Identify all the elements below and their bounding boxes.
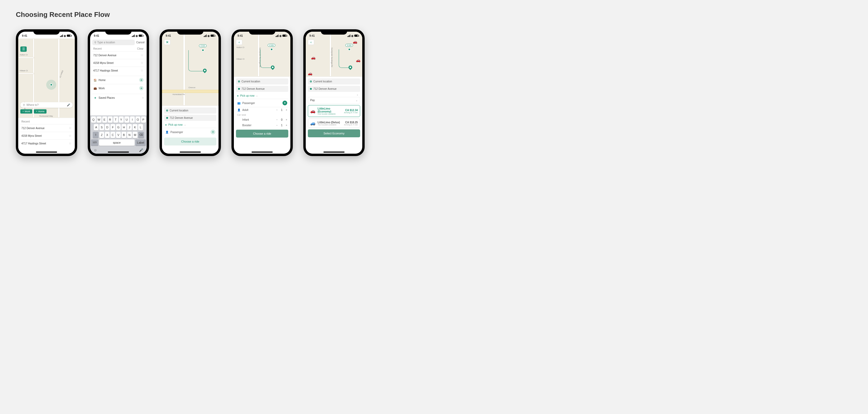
key[interactable]: I <box>130 116 135 123</box>
search-where-to[interactable]: ⚲ Where to? 🎤 <box>20 102 73 108</box>
ride-option-economy[interactable]: 🚗 LittleLimo (Economy) One booster avail… <box>308 105 360 117</box>
key[interactable]: V <box>116 132 121 138</box>
signal-icon <box>347 35 350 37</box>
back-button[interactable]: ‹ <box>236 40 242 45</box>
cancel-button[interactable]: Cancel <box>136 41 145 44</box>
destination-field[interactable]: 712 Denver Avenue <box>308 86 360 92</box>
add-passenger-button[interactable]: + <box>282 101 287 105</box>
car-icon: 🚗 <box>356 58 361 62</box>
choose-ride-button[interactable]: Choose a ride <box>236 130 288 138</box>
star-icon[interactable]: ☆ <box>69 126 72 130</box>
key[interactable]: Y <box>119 116 124 123</box>
key[interactable]: E <box>102 116 107 123</box>
back-button[interactable]: ‹ <box>308 40 314 45</box>
key[interactable]: N <box>127 132 132 138</box>
signal-icon <box>132 35 135 37</box>
dictation-key[interactable]: 🎤 <box>139 148 143 152</box>
key[interactable]: J <box>127 124 132 131</box>
pickup-field[interactable]: Current location <box>164 107 216 113</box>
person-icon: 👥 <box>237 102 241 105</box>
recent-item[interactable]: 4158 Myra Street ☆ <box>20 132 73 139</box>
key[interactable]: D <box>105 124 110 131</box>
star-icon[interactable]: ☆ <box>141 69 144 72</box>
map-area[interactable]: Homestead Rd Chevron 4 min ✕ <box>162 32 219 106</box>
choose-ride-button[interactable]: Choose a ride <box>164 138 216 145</box>
star-icon[interactable]: ☆ <box>69 134 72 138</box>
key[interactable]: M <box>133 132 137 138</box>
minus-button[interactable]: − <box>276 118 278 121</box>
star-icon[interactable]: ☆ <box>69 141 72 145</box>
plus-button[interactable]: + <box>286 118 287 121</box>
key[interactable]: H <box>122 124 126 131</box>
key[interactable]: T <box>113 116 118 123</box>
pickup-field[interactable]: Current location <box>236 78 288 84</box>
key[interactable]: F <box>111 124 115 131</box>
key[interactable]: Z <box>99 132 104 138</box>
star-icon[interactable]: ☆ <box>141 61 144 65</box>
key[interactable]: G <box>116 124 121 131</box>
key[interactable]: X <box>105 132 110 138</box>
key[interactable]: B <box>122 132 126 138</box>
backspace-key[interactable]: ⌫ <box>138 132 144 138</box>
home-shortcut[interactable]: 🏠 Home + <box>92 76 145 84</box>
passenger-row[interactable]: 👤 Passenger + <box>164 128 216 136</box>
label-key[interactable]: Label <box>135 139 146 146</box>
close-button[interactable]: ✕ <box>164 40 170 45</box>
key[interactable]: W <box>97 116 101 123</box>
ride-config-sheet: Current location 712 Denver Avenue ● Pic… <box>234 76 290 141</box>
key[interactable]: U <box>124 116 129 123</box>
dest-dot-icon <box>238 88 240 90</box>
minus-button[interactable]: − <box>276 108 278 111</box>
select-economy-button[interactable]: Select Economy <box>308 129 360 137</box>
space-key[interactable]: space <box>99 139 134 146</box>
saved-places-row[interactable]: ★ Saved Places › <box>92 94 145 101</box>
key[interactable]: K <box>133 124 137 131</box>
map-area[interactable]: Hutton Ct Killean Ct Bittern Dr Albatros… <box>18 39 75 118</box>
minus-button[interactable]: − <box>276 124 278 127</box>
key[interactable]: S <box>99 124 104 131</box>
collapse-toggle[interactable]: ⌄ <box>308 93 360 97</box>
add-button[interactable]: + <box>139 78 144 82</box>
recent-item[interactable]: 4717 Hastings Street☆ <box>92 67 145 74</box>
menu-button[interactable]: ☰ <box>20 46 27 52</box>
recent-item[interactable]: 4717 Hastings Street ☆ <box>20 139 73 147</box>
adult-icon: 👤 <box>237 108 241 111</box>
pickup-field[interactable]: Current location <box>308 78 360 84</box>
recent-item[interactable]: 712 Denver Avenue ☆ <box>20 124 73 132</box>
plus-icon: + <box>36 110 37 113</box>
eta-bubble: 4 min <box>268 44 275 47</box>
key[interactable]: A <box>94 124 98 131</box>
search-input[interactable]: ⚲ Type a location <box>92 40 135 45</box>
add-button[interactable]: + <box>139 86 144 90</box>
mic-icon[interactable]: 🎤 <box>67 104 70 106</box>
key[interactable]: C <box>111 132 115 138</box>
key[interactable]: R <box>108 116 113 123</box>
key[interactable]: L <box>138 124 143 131</box>
key[interactable]: P <box>141 116 146 123</box>
passenger-row[interactable]: 👥 Passenger + <box>236 99 288 107</box>
pickup-time-dropdown[interactable]: ● Pick up now ⌄ <box>164 122 216 128</box>
star-icon[interactable]: ☆ <box>141 53 144 57</box>
plus-button[interactable]: + <box>286 108 287 111</box>
clear-button[interactable]: Clear <box>137 47 144 50</box>
payment-row[interactable]: Pay ⌄ <box>308 97 360 104</box>
recent-item[interactable]: 712 Denver Avenue☆ <box>92 51 145 59</box>
destination-field[interactable]: 712 Denver Avenue <box>164 115 216 121</box>
work-pill[interactable]: +Work <box>20 109 32 113</box>
plus-button[interactable]: + <box>286 124 287 127</box>
keyboard[interactable]: Q W E R T Y U I O P A S D F G H <box>90 115 147 154</box>
work-shortcut[interactable]: 💼 Work + <box>92 84 145 92</box>
ride-option-delux[interactable]: 🚙 LittleLimo (Delux) Two boosters availa… <box>308 118 360 128</box>
destination-field[interactable]: 712 Denver Avenue <box>236 86 288 92</box>
key[interactable]: Q <box>91 116 96 123</box>
chevron-down-icon: ⌄ <box>355 99 358 102</box>
recent-item[interactable]: 4158 Myra Street☆ <box>92 59 145 67</box>
home-pill[interactable]: +Home <box>34 109 46 113</box>
pickup-time-dropdown[interactable]: ● Pick up now ⌄ <box>236 93 288 99</box>
shift-key[interactable]: ⇧ <box>93 132 98 138</box>
add-passenger-button[interactable]: + <box>211 130 215 134</box>
battery-icon <box>211 35 215 37</box>
emoji-key[interactable]: ☺ <box>94 148 97 152</box>
numbers-key[interactable]: 123 <box>91 139 98 146</box>
key[interactable]: O <box>135 116 140 123</box>
